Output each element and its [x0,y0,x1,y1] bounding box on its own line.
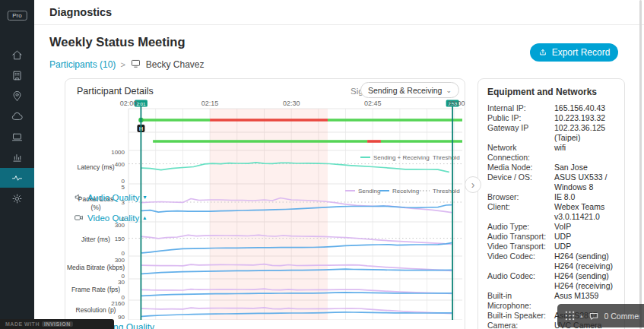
equipment-label: Media Node: [487,163,554,172]
equipment-value: 165.156.40.43 [554,103,615,113]
svg-text:150: 150 [115,236,125,242]
equipment-label: Audio Transport: [487,232,554,242]
breadcrumb-separator: > [120,60,125,69]
equipment-label: Built-in Microphone: [487,291,554,311]
equipment-label: Public IP: [487,113,554,123]
equipment-rows: Internal IP:165.156.40.43Public IP:10.22… [487,103,615,329]
chevron-down-icon: ⌄ [446,87,452,94]
comment-toolbar[interactable]: ▴ 0 Comments [557,304,644,327]
signal-dropdown[interactable]: Sending & Receiving ⌄ [360,82,459,98]
svg-text:02:45: 02:45 [364,100,382,107]
equipment-row: Internal IP:165.156.40.43 [487,103,615,113]
home-icon [11,49,24,62]
gear-icon [11,192,24,205]
sidebar-item-monitoring[interactable] [0,65,34,85]
breadcrumb-current-participant: Becky Chavez [146,59,205,70]
page-title: Diagnostics [49,6,112,18]
equipment-row: Video Codec:H264 (sending) H264 (receivi… [487,251,615,271]
chat-bubble-icon[interactable] [588,311,599,321]
activity-icon [11,172,24,185]
signal-dropdown-value: Sending & Receiving [368,86,442,95]
caret-up-icon: ▴ [143,214,146,221]
audio-quality-toggle[interactable]: Audio Quality ▾ [74,192,146,202]
equipment-row: Public IP:10.223.193.32 [487,113,615,123]
sidebar-item-troubleshooting[interactable] [0,168,34,188]
sidebar-item-settings[interactable] [0,188,34,208]
equipment-row: Audio Type:VoIP [487,222,615,232]
equipment-row: Device / OS:ASUS UX533 / Windows 8 [487,172,615,192]
grid-dots-icon[interactable] [565,311,575,321]
top-bar: Diagnostics [34,0,644,25]
comment-count: 0 Comments [604,312,639,321]
video-quality-toggle[interactable]: Video Quality ▴ [74,213,146,223]
collapse-panel-chevron-button[interactable]: › [465,176,481,193]
equipment-value: 10.223.193.32 [554,113,615,123]
caret-icon[interactable]: ▴ [580,313,583,319]
equipment-label: Video Codec: [487,251,554,271]
svg-text:Frame Rate (fps): Frame Rate (fps) [71,286,120,293]
svg-text:Sending: Sending [358,188,380,195]
svg-text:Latency (ms): Latency (ms) [77,163,114,171]
equipment-label: Built-in Speaker: [487,311,554,321]
page-scrollbar[interactable] [639,0,642,329]
equipment-value: VoIP [554,222,615,232]
svg-text:Jitter (ms): Jitter (ms) [81,236,110,243]
equipment-label: Browser: [487,192,554,202]
pro-badge: Pro [7,11,27,21]
participant-quality-chart: 10004000Latency (ms)Sending + ReceivingT… [65,98,466,320]
equipment-row: Audio Codec:H264 (sending) H264 (receivi… [487,271,615,291]
equipment-label: Network Connection: [487,143,554,163]
equipment-value: UDP [554,242,615,251]
svg-text:30: 30 [118,279,125,286]
svg-text:5: 5 [122,184,125,191]
equipment-row: Audio Transport:UDP [487,232,615,242]
svg-text:02:00: 02:00 [120,100,138,107]
breadcrumb-participants-link[interactable]: Participants (10) [49,59,116,70]
invision-watermark: MADE WITH INVISION [0,319,114,329]
equipment-networks-panel: Equipment and Networks Internal IP:165.1… [477,78,625,329]
equipment-label: Camera: [487,321,554,329]
right-column: Equipment and Networks Internal IP:165.1… [477,78,625,329]
participant-panel-header: Participant Details Signal Sending & Rec… [65,79,465,99]
equipment-value: H264 (sending) H264 (receiving) [554,251,615,271]
office-icon [11,69,24,82]
caret-down-icon: ▾ [143,194,146,201]
equipment-value: San Jose [554,163,615,172]
svg-text:02:15: 02:15 [201,100,219,107]
equipment-row: Network Connection:wifi [487,143,615,163]
equipment-row: Media Node:San Jose [487,163,615,172]
svg-text:Sending + Receiving: Sending + Receiving [373,154,430,161]
sidebar-item-location[interactable] [0,86,34,106]
sidebar-item-devices[interactable] [0,127,34,147]
svg-text:300: 300 [115,257,125,264]
meeting-title: Weekly Status Meeting [49,35,186,49]
breadcrumb: Participants (10) > Becky Chavez [49,58,205,71]
equipment-row: Browser:IE 8.0 [487,192,615,202]
svg-text:90: 90 [118,314,125,320]
svg-text:02:30: 02:30 [283,100,300,107]
cloud-icon [11,110,24,123]
equipment-value: wifi [554,143,615,163]
sidebar-item-home[interactable] [0,45,34,65]
export-record-button[interactable]: Export Record [530,43,618,62]
equipment-value: UDP [554,232,615,242]
svg-text:(%): (%) [90,204,100,211]
quality-chart-svg: 10004000Latency (ms)Sending + ReceivingT… [65,98,466,320]
diagnostics-screen: Pro Diagnostics Weekly Status Meeting Pa… [0,0,644,329]
svg-text:Threshold: Threshold [433,154,460,161]
participant-details-panel: Participant Details Signal Sending & Rec… [65,78,465,329]
equipment-value: IE 8.0 [554,192,615,202]
equipment-label: Audio Type: [487,222,554,232]
sidebar-item-analytics[interactable] [0,147,34,167]
sidebar-item-services[interactable] [0,106,34,126]
speaker-icon [74,192,84,202]
location-icon [11,90,24,103]
svg-text:1000: 1000 [111,149,125,156]
device-icon [130,58,141,71]
chevron-right-icon: › [471,179,475,191]
svg-text:Media Bitrate (kbps): Media Bitrate (kbps) [67,264,125,271]
upload-icon [538,48,547,57]
svg-text:400: 400 [115,161,125,168]
equipment-value: ASUS UX533 / Windows 8 [554,172,615,192]
equipment-value: 102.23.36.125 (Taipei) [554,123,615,143]
